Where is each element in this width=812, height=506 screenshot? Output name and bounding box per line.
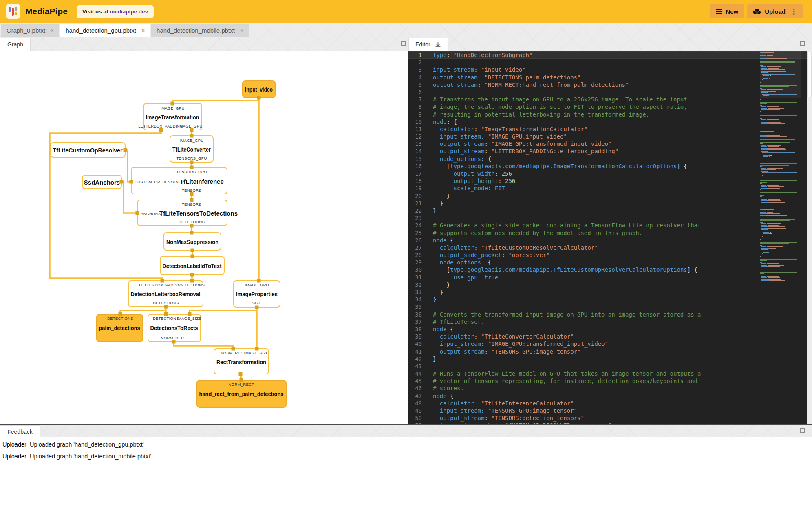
editor-scrollbar[interactable] — [807, 51, 812, 424]
graph-node-DetectionsToRects[interactable]: DETECTIONSIMAGE_SIZENORM_RECTDetectionsT… — [148, 314, 201, 342]
port-connector — [190, 198, 194, 202]
editor-tab-label: Editor — [415, 41, 430, 48]
feedback-log: UploaderUploaded graph 'hand_detection_g… — [0, 437, 812, 506]
port-connector — [124, 148, 127, 152]
file-tab-hand_detection_gpu.pbtxt[interactable]: hand_detection_gpu.pbtxt× — [60, 24, 150, 37]
feedback-entry: UploaderUploaded graph 'hand_detection_m… — [0, 449, 812, 461]
editor-scrollbar-thumb[interactable] — [807, 52, 812, 97]
code-line: 10node: { — [408, 118, 807, 125]
line-number: 25 — [408, 229, 422, 237]
feedback-entry: UploaderUploaded graph 'hand_detection_g… — [0, 437, 812, 449]
file-tab-hand_detection_mobile.pbtxt[interactable]: hand_detection_mobile.pbtxt× — [151, 24, 249, 37]
code-line: 36# Converts the transformed input image… — [408, 311, 807, 318]
graph-edge — [172, 101, 259, 103]
upload-button[interactable]: Upload ⋮ — [747, 4, 803, 18]
port-connector — [257, 279, 261, 283]
node-label: TfLiteInference — [180, 178, 224, 185]
new-button-label: New — [726, 8, 738, 15]
node-label: SsdAnchors — [84, 179, 120, 186]
code-line: 28 output_side_packet: "opresolver" — [408, 251, 807, 259]
tab-graph[interactable]: Graph — [0, 38, 31, 51]
node-label: ImageProperties — [236, 290, 278, 297]
line-number: 33 — [408, 288, 422, 296]
line-number: 3 — [408, 66, 422, 73]
code-line: 17 output_width: 256 — [408, 170, 807, 177]
port-label: TENSORS — [182, 202, 201, 207]
file-tab-Graph_0.pbtxt[interactable]: Graph_0.pbtxt× — [1, 24, 59, 37]
code-line: 16 [type.googleapis.com/mediapipe.ImageT… — [408, 163, 807, 170]
feedback-source: Uploader — [2, 441, 30, 448]
graph-node-ImageProperties[interactable]: IMAGE_GPUSIZEImageProperties — [234, 281, 280, 307]
line-number: 22 — [408, 207, 422, 214]
file-tab-bar: Graph_0.pbtxt×hand_detection_gpu.pbtxt×h… — [0, 24, 249, 37]
code-line: 6 — [408, 88, 807, 96]
tab-close-icon[interactable]: × — [239, 27, 245, 34]
file-tab-label: hand_detection_gpu.pbtxt — [66, 27, 136, 34]
graph-node-DetectionLetterboxRemoval[interactable]: LETTERBOX_PADDINGDETECTIONSDETECTIONSDet… — [128, 281, 205, 307]
kebab-menu-icon[interactable]: ⋮ — [790, 7, 797, 16]
graph-node-TfLiteCustomOpResolver[interactable]: TfLiteCustomOpResolver — [51, 143, 125, 157]
node-label: DetectionsToRects — [150, 324, 198, 331]
code-line: 7# Transforms the input image on GPU to … — [408, 96, 807, 103]
editor-maximize-icon[interactable] — [800, 41, 805, 46]
node-label: DetectionLabelIdToText — [163, 262, 222, 269]
port-label: SIZE — [252, 301, 261, 305]
graph-node-hand_rect_from_palm_detections[interactable]: NORM_RECThand_rect_from_palm_detections — [197, 380, 286, 407]
graph-node-input_video[interactable]: input_video — [243, 81, 275, 98]
line-number: 42 — [408, 355, 422, 363]
line-number: 12 — [408, 133, 422, 140]
line-number: 2 — [408, 59, 422, 66]
graph-node-DetectionLabelIdToText[interactable]: DetectionLabelIdToText — [160, 256, 224, 275]
node-label: DetectionLetterboxRemoval — [131, 290, 201, 297]
upload-button-label: Upload — [765, 8, 786, 15]
graph-node-ImageTransformation[interactable]: IMAGE_GPULETTERBOX_PADDINGIMAGE_GPUImage… — [138, 103, 202, 130]
graph-node-TfLiteConverter[interactable]: IMAGE_GPUTENSORS_GPUTfLiteConverter — [170, 136, 213, 162]
tab-close-icon[interactable]: × — [140, 27, 146, 34]
graph-node-RectTransformation[interactable]: NORM_RECTIMAGE_SIZERectTransformation — [214, 349, 269, 374]
line-number: 32 — [408, 281, 422, 288]
tab-editor[interactable]: Editor — [408, 38, 448, 51]
node-label: input_video — [245, 86, 273, 93]
feedback-maximize-icon[interactable] — [800, 428, 805, 433]
line-number: 27 — [408, 244, 422, 251]
new-button[interactable]: New — [710, 4, 744, 18]
line-number: 46 — [408, 385, 422, 392]
graph-node-palm_detections[interactable]: DETECTIONSpalm_detections — [97, 314, 143, 342]
line-number: 14 — [408, 147, 422, 155]
line-number: 26 — [408, 237, 422, 244]
minimap-slider[interactable] — [760, 51, 801, 98]
line-number: 48 — [408, 400, 422, 407]
tab-feedback[interactable]: Feedback — [0, 425, 40, 438]
port-connector — [130, 180, 133, 184]
minimap[interactable] — [760, 51, 801, 424]
port-connector — [136, 211, 139, 215]
editor-panel[interactable]: 1type: "HandDetectionSubgraph"23input_st… — [408, 51, 807, 424]
line-number: 31 — [408, 274, 422, 281]
line-number: 35 — [408, 303, 422, 310]
graph-node-TfLiteTensorsToDetections[interactable]: TENSORSANCHORSDETECTIONSTfLiteTensorsToD… — [137, 200, 238, 226]
graph-node-SsdAnchors[interactable]: SsdAnchors — [82, 175, 121, 189]
tab-close-icon[interactable]: × — [49, 27, 55, 34]
port-connector — [190, 134, 194, 138]
port-connector — [239, 372, 243, 376]
code-line: 31 use_gpu: true — [408, 274, 807, 281]
code-line: 45# vector of tensors representing, for … — [408, 377, 807, 385]
port-label: IMAGE_GPU — [179, 138, 203, 143]
node-label: palm_detections — [99, 324, 140, 331]
download-icon[interactable] — [435, 41, 441, 48]
mediapipe-dev-link[interactable]: mediapipe.dev — [110, 9, 148, 15]
graph-canvas[interactable]: input_videoIMAGE_GPULETTERBOX_PADDINGIMA… — [0, 51, 408, 425]
code-area[interactable]: 1type: "HandDetectionSubgraph"23input_st… — [408, 51, 807, 424]
code-line: 25# supports custom ops needed by the mo… — [408, 229, 807, 237]
graph-maximize-icon[interactable] — [401, 41, 406, 46]
port-label: IMAGE_SIZE — [244, 351, 269, 355]
port-connector — [190, 161, 194, 164]
code-line: 35 — [408, 303, 807, 310]
code-line: 46# scores. — [408, 385, 807, 392]
graph-node-NonMaxSuppression[interactable]: NonMaxSuppression — [164, 233, 221, 250]
menu-lines-icon — [716, 7, 722, 15]
code-line: 3input_stream: "input_video" — [408, 66, 807, 73]
graph-node-TfLiteInference[interactable]: TENSORS_GPUCUSTOM_OP_RESOLVERTENSORSTfLi… — [131, 167, 227, 194]
feedback-source: Uploader — [2, 453, 30, 460]
line-number: 10 — [408, 118, 422, 125]
